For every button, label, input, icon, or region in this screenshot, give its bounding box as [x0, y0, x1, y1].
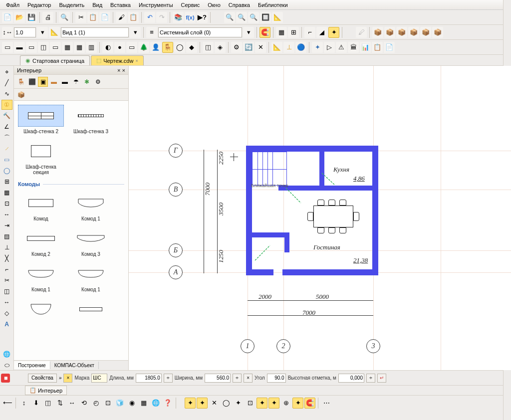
cut-button[interactable]: ✂: [75, 12, 86, 23]
bt-4[interactable]: ◫: [42, 398, 53, 409]
dwg-btn-15[interactable]: ◯: [174, 42, 185, 53]
ext5-button[interactable]: 📦: [420, 27, 431, 38]
dwg-btn-3[interactable]: ▭: [26, 42, 37, 53]
ext1-button[interactable]: 📦: [372, 27, 383, 38]
pt-plant[interactable]: ✱: [82, 77, 92, 87]
dwg-btn-5[interactable]: ▭: [50, 42, 61, 53]
dwg-btn-29[interactable]: 📊: [360, 42, 371, 53]
bt-6[interactable]: ↔: [66, 398, 77, 409]
bt-snap-10[interactable]: ✦: [292, 398, 303, 409]
dwg-btn-31[interactable]: 📄: [384, 42, 395, 53]
length-stepper[interactable]: ÷: [164, 374, 173, 383]
bt-snap-5[interactable]: ✦: [233, 398, 244, 409]
pt-view-mode[interactable]: 📦: [16, 90, 26, 100]
lib-item-half-circle[interactable]: [18, 298, 64, 322]
fx-button[interactable]: f(x): [185, 12, 196, 23]
bt-snap-11[interactable]: 🧲: [304, 398, 315, 409]
properties-button[interactable]: Свойства: [28, 374, 57, 383]
properties-button[interactable]: 📋: [128, 12, 139, 23]
dwg-btn-2[interactable]: ▬: [14, 42, 25, 53]
dwg-btn-24[interactable]: 🔵: [295, 42, 306, 53]
zoom-in-button[interactable]: 🔍: [224, 12, 235, 23]
lt-hammer[interactable]: 🔨: [1, 111, 12, 121]
dwg-btn-16[interactable]: ◆: [186, 42, 197, 53]
pt-gear[interactable]: ⚙: [93, 77, 103, 87]
zoom-window-button[interactable]: 🔲: [260, 12, 271, 23]
menu-help[interactable]: Справка: [225, 1, 254, 9]
bt-14[interactable]: ❓: [162, 398, 173, 409]
ext2-button[interactable]: 📦: [384, 27, 395, 38]
bt-8[interactable]: ◴: [90, 398, 101, 409]
save-button[interactable]: 💾: [26, 12, 37, 23]
height-input[interactable]: [338, 374, 364, 383]
brush-button[interactable]: 🖊: [356, 27, 367, 38]
lib-item-komod-2[interactable]: Комод 2: [18, 227, 64, 257]
ortho-button[interactable]: ⌐: [304, 27, 315, 38]
dwg-btn-20[interactable]: 🔄: [243, 42, 254, 53]
bt-2[interactable]: ↕: [18, 398, 29, 409]
dwg-btn-7[interactable]: ▦: [74, 42, 85, 53]
dwg-btn-17[interactable]: ◫: [203, 42, 214, 53]
bt-snap-4[interactable]: ◯: [221, 398, 232, 409]
layer-name-input[interactable]: [158, 27, 242, 37]
dwg-btn-22[interactable]: 📐: [271, 42, 282, 53]
refresh-button[interactable]: 📐: [272, 12, 283, 23]
scale-input[interactable]: [14, 27, 36, 37]
pt-chair[interactable]: 🪑: [16, 77, 26, 87]
dwg-btn-28[interactable]: 🏛: [348, 42, 359, 53]
ext6-button[interactable]: 📦: [432, 27, 443, 38]
lt-diamond[interactable]: ◇: [1, 308, 12, 318]
lt-rect[interactable]: ▭: [1, 155, 12, 165]
dwg-btn-9[interactable]: ◐: [102, 42, 113, 53]
menu-window[interactable]: Окно: [204, 1, 225, 9]
pt-table[interactable]: ⬛: [27, 77, 37, 87]
drawing-canvas[interactable]: 7000 2250 3500 1250 Г В Б А 1 2 3 2000 5…: [129, 66, 511, 370]
mark-input[interactable]: [91, 374, 107, 383]
dwg-btn-1[interactable]: ▭: [2, 42, 13, 53]
lt-line[interactable]: ╱: [1, 78, 12, 88]
lib-item-thin-rect[interactable]: [68, 298, 114, 322]
pt-lamp[interactable]: ☂: [71, 77, 81, 87]
bt-9[interactable]: ⊡: [102, 398, 113, 409]
layer-dropdown-button[interactable]: ▾: [243, 27, 254, 38]
bt-snap-7[interactable]: ✦: [256, 398, 267, 409]
undo-button[interactable]: ↶: [144, 12, 155, 23]
dwg-btn-30[interactable]: 📋: [372, 42, 383, 53]
view-mode-button[interactable]: 📐: [49, 27, 60, 38]
view-name-input[interactable]: [61, 27, 129, 37]
bt-5[interactable]: ⇅: [54, 398, 65, 409]
tab-interior[interactable]: 📋Интерьер: [25, 386, 67, 395]
lt-move[interactable]: ↔: [1, 297, 12, 307]
copy-button[interactable]: 📋: [87, 12, 98, 23]
menu-libraries[interactable]: Библиотеки: [254, 1, 292, 9]
pt-cabinet[interactable]: ▣: [38, 77, 48, 87]
new-button[interactable]: 📄: [2, 12, 13, 23]
grid-button[interactable]: ▦: [276, 27, 287, 38]
lt-angle[interactable]: ∠: [1, 122, 12, 132]
lt-offset[interactable]: ◫: [1, 286, 12, 296]
scale-dropdown-button[interactable]: ▾: [37, 27, 48, 38]
grid-toggle-button[interactable]: ⊞: [288, 27, 299, 38]
tab-drawing[interactable]: ⬚Чертеж.cdw ×: [91, 55, 143, 65]
print-button[interactable]: 🖨: [42, 12, 53, 23]
tab-start-page[interactable]: ◉Стартовая страница: [20, 55, 90, 65]
menu-select[interactable]: Выделить: [55, 1, 88, 9]
lib-item-komod-3[interactable]: Комод 3: [68, 227, 114, 257]
lt-circle[interactable]: ①: [1, 100, 12, 110]
lt-hatch1[interactable]: ⊞: [1, 177, 12, 187]
ext4-button[interactable]: 📦: [408, 27, 419, 38]
lt-sphere[interactable]: 🌐: [1, 349, 12, 359]
lt-dim[interactable]: ↔: [1, 210, 12, 219]
bt-10[interactable]: 🧊: [114, 398, 125, 409]
preview-button[interactable]: 🔍: [59, 12, 70, 23]
coords-button[interactable]: ↕↔: [2, 27, 13, 38]
lt-grid[interactable]: ⊡: [1, 199, 12, 209]
menu-tools[interactable]: Инструменты: [135, 1, 177, 9]
zoom-fit-button[interactable]: 🔍: [248, 12, 259, 23]
bt-11[interactable]: ◉: [126, 398, 137, 409]
menu-view[interactable]: Вид: [88, 1, 106, 9]
stop-button[interactable]: ⏹: [1, 374, 10, 383]
track-button[interactable]: ✦: [328, 27, 339, 38]
lt-spline[interactable]: ∿: [1, 89, 12, 99]
lt-arc[interactable]: ⌒: [1, 133, 12, 143]
